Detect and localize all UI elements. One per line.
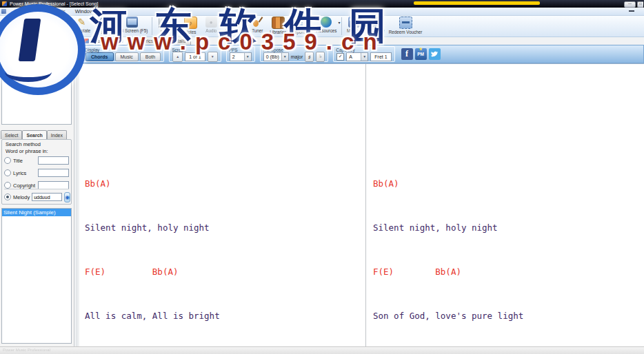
pps-group: PPS 2 ▼ <box>226 46 255 62</box>
main-tab[interactable]: Details <box>158 36 190 45</box>
pps-group-label: PPS <box>229 48 238 52</box>
report-document-icon <box>292 17 305 29</box>
song-column: Bb(A) Silent night, holy night F(E) Bb(A… <box>373 68 544 354</box>
twitter-bird-icon[interactable] <box>429 48 441 60</box>
sidebar: Playlist Saved Playlists ▾ ▾ ▾ ▾ ▾ ▾ ▾ ▾… <box>0 36 74 348</box>
new-playlist-link[interactable]: New Playlist <box>3 59 33 65</box>
pps-dropdown[interactable]: 2 ▼ <box>230 52 252 61</box>
capo-key-dropdown[interactable]: A ▼ <box>346 52 368 61</box>
verse-list: Bb(A) Silent night, holy night F(E) Bb(A… <box>373 90 544 354</box>
menu-item[interactable]: Tools <box>48 8 70 14</box>
toolbar-button[interactable]: ▾ <box>341 17 342 35</box>
toolbar-button[interactable]: ▾ Reports <box>288 16 309 35</box>
main-tab[interactable]: Lyrics <box>128 36 158 45</box>
delete-icon[interactable]: ▾ <box>38 48 46 54</box>
export-playlist-icon[interactable]: ▾ <box>26 48 32 54</box>
menu-item[interactable]: Windows <box>70 8 101 14</box>
print-playlist-icon[interactable]: ▾ <box>13 48 24 54</box>
search-field-row: Copyright <box>4 179 69 191</box>
main-tabs: Chords/Music Lyrics Details <box>79 36 191 45</box>
search-input[interactable] <box>38 169 69 177</box>
move-up-icon[interactable]: ▾ <box>48 48 52 54</box>
toolbar-button[interactable]: ▾ All Songs <box>1 16 24 34</box>
power-music-icon[interactable]: PM <box>415 48 427 60</box>
display-mode-button[interactable]: Both <box>140 52 161 61</box>
social-buttons: f PM <box>401 46 441 62</box>
toolbar-button-label: My Box <box>347 28 361 33</box>
menu-item[interactable]: Help <box>101 8 121 14</box>
song-columns: Bb(A) Silent night, holy night F(E) Bb(A… <box>79 64 644 348</box>
radio-button[interactable] <box>4 157 11 164</box>
add-icon[interactable]: ▾ <box>63 48 68 54</box>
mdi-minimize-button[interactable] <box>629 10 634 12</box>
display-mode-button[interactable]: Music <box>115 52 139 61</box>
sharp-button[interactable]: ♯ <box>305 52 314 62</box>
playlist-list-box[interactable] <box>1 65 72 125</box>
menu-item[interactable]: View <box>28 8 48 14</box>
toolbar-button[interactable]: ▾ Notes <box>180 16 201 35</box>
toolbar-button[interactable]: ▾ Tuner <box>247 16 268 34</box>
music-note-icon <box>184 17 197 29</box>
search-method-label: Search method <box>6 141 41 147</box>
toolbar-button[interactable]: ▾ New Song <box>24 16 48 35</box>
melody-search-input[interactable] <box>32 193 62 201</box>
maximize-button[interactable]: □ <box>637 1 643 8</box>
song-list-item[interactable]: Silent Night (Sample) <box>2 209 71 216</box>
toolbar-button-label: New Song <box>26 30 46 34</box>
menu-bar: File View Tools Windows Help <box>0 8 644 16</box>
toolbar-button[interactable]: ▾ PM Store <box>365 16 387 34</box>
verse: Bb(A) Silent night, holy night F(E) Bb(A… <box>373 134 544 354</box>
toolbar-button[interactable]: ▾ Libraries <box>268 16 288 35</box>
toolbar-button[interactable]: ▾ Redeem Voucher <box>387 16 425 35</box>
save-playlist-icon[interactable]: ▾ <box>2 48 11 54</box>
song-results-list[interactable]: Silent Night (Sample) <box>1 208 72 344</box>
flat-button[interactable]: ♭ <box>316 52 325 62</box>
toolbar-button[interactable]: ▾ <box>244 17 245 35</box>
toolbar-button[interactable]: ▾ Audio <box>201 16 221 34</box>
main-tab[interactable]: Chords/Music <box>79 36 128 45</box>
toolbar-button[interactable]: ▾ <box>177 17 178 35</box>
toolbar-button[interactable]: ▾ Annotate <box>71 16 92 34</box>
title-bar: Power Music Professional - [Select Song]… <box>0 0 644 8</box>
song-content-area[interactable]: Bb(A) Silent night, holy night F(E) Bb(A… <box>79 63 644 348</box>
capo-key-group: Capo key A ▼ Fret 1 <box>333 46 394 62</box>
song-line: Bb(A) <box>373 178 544 189</box>
toolbar-button[interactable]: ▾ Resources <box>314 16 339 34</box>
edit-song-icon <box>53 17 66 29</box>
toolbar-button[interactable]: ▾ Edit Song <box>48 16 71 35</box>
toolbar-button[interactable]: ▾ Print <box>154 16 175 35</box>
radio-button[interactable] <box>4 182 11 189</box>
toolbar-button[interactable]: ▾ Tempo <box>221 16 242 34</box>
melody-radio-button[interactable] <box>4 194 11 200</box>
search-method-group: Search method Word or phrase in: Title L… <box>1 139 72 205</box>
capo-key-value: A <box>347 53 361 61</box>
song-line: Bb(A) <box>85 178 261 189</box>
transpose-mode-label: major <box>291 54 303 59</box>
minimize-button[interactable]: — <box>624 1 636 8</box>
menu-item[interactable]: File <box>10 8 28 14</box>
search-tab[interactable]: Search <box>22 130 46 139</box>
dropdown-caret-icon: ▾ <box>44 48 46 54</box>
transpose-dropdown[interactable]: 0 (Bb) ▼ <box>263 52 289 61</box>
song-line: All is calm, All is bright <box>85 311 261 322</box>
capo-checkbox[interactable] <box>336 53 344 61</box>
next-screen-button[interactable]: ▼ <box>208 52 218 62</box>
previous-screen-button[interactable]: ▲ <box>172 52 183 62</box>
display-mode-button[interactable]: Chords <box>85 52 114 61</box>
capo-fret-field[interactable]: Fret 1 <box>370 52 391 61</box>
toolbar-button-label: Resources <box>316 28 336 33</box>
toolbar-button[interactable]: ▾ <box>311 17 312 35</box>
radio-label: Copyright <box>13 183 36 189</box>
search-tab[interactable]: Select <box>1 130 22 139</box>
radio-button[interactable] <box>4 169 11 176</box>
toolbar-button[interactable]: ▾ <box>152 17 152 35</box>
toolbar-button[interactable]: ▾ My Box <box>344 16 365 34</box>
move-down-icon[interactable]: ▾ <box>54 48 57 54</box>
search-input[interactable] <box>38 156 69 165</box>
melody-search-button[interactable]: ◉ <box>64 192 70 202</box>
search-tab[interactable]: Index <box>47 130 67 139</box>
toolbar-button[interactable]: ▾ Full Screen (F5) <box>114 16 150 34</box>
facebook-icon[interactable]: f <box>401 48 413 60</box>
all-songs-icon <box>7 17 19 28</box>
toolbar-button[interactable]: ▾ Magnifier <box>92 16 114 34</box>
